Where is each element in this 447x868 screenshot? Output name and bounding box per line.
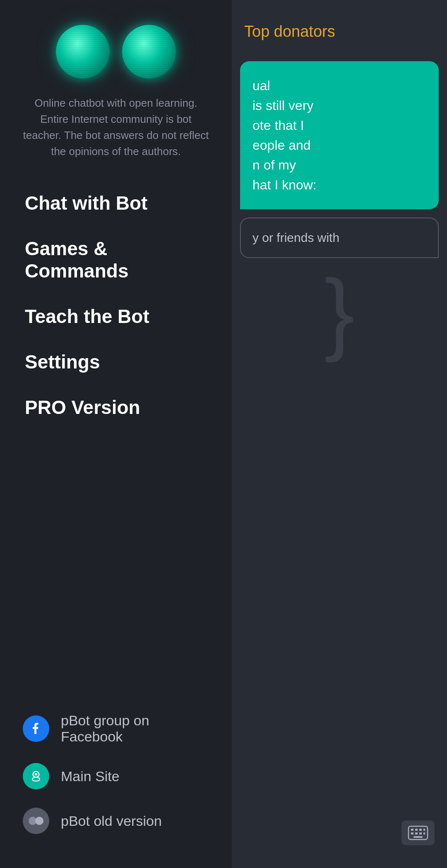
svg-rect-6 — [411, 829, 413, 831]
svg-rect-13 — [423, 832, 425, 835]
robot-eye-left — [56, 25, 110, 79]
top-donators-header: Top donators — [232, 0, 447, 49]
teal-bubble-text: ual is still very ote that I eople and n… — [252, 78, 317, 192]
svg-rect-11 — [415, 832, 418, 835]
menu-item-pro-version[interactable]: PRO Version — [0, 385, 232, 430]
keyboard-button[interactable] — [401, 820, 435, 845]
pbot-site-icon — [23, 763, 49, 789]
chat-bubble-teal: ual is still very ote that I eople and n… — [240, 61, 439, 209]
svg-rect-12 — [419, 832, 422, 835]
social-links: pBot group on Facebook Main Site — [0, 695, 232, 868]
svg-point-1 — [35, 773, 37, 775]
pbot-old-icon — [23, 808, 49, 834]
chat-bubble-outline: y or friends with — [240, 218, 439, 258]
main-site-label: Main Site — [61, 768, 120, 784]
svg-rect-10 — [411, 832, 413, 835]
svg-rect-9 — [423, 829, 425, 831]
facebook-label: pBot group on Facebook — [61, 713, 209, 745]
menu-item-chat-with-bot[interactable]: Chat with Bot — [0, 180, 232, 226]
old-version-label: pBot old version — [61, 813, 162, 829]
menu-item-teach-bot[interactable]: Teach the Bot — [0, 294, 232, 339]
menu-item-settings[interactable]: Settings — [0, 339, 232, 385]
menu-item-games-commands[interactable]: Games & Commands — [0, 226, 232, 294]
menu-list: Chat with Bot Games & Commands Teach the… — [0, 176, 232, 695]
social-link-old-version[interactable]: pBot old version — [0, 799, 232, 843]
robot-logo — [0, 0, 232, 91]
facebook-icon — [23, 715, 49, 742]
chat-area: Top donators ual is still very ote that … — [232, 0, 447, 868]
svg-rect-7 — [415, 829, 418, 831]
social-link-facebook[interactable]: pBot group on Facebook — [0, 703, 232, 754]
bot-description: Online chatbot with open learning. Entir… — [0, 91, 232, 176]
robot-eye-right — [122, 25, 176, 79]
svg-point-4 — [35, 817, 43, 825]
social-link-main-site[interactable]: Main Site — [0, 754, 232, 799]
brace-decoration: } — [232, 266, 447, 357]
outline-bubble-text: y or friends with — [252, 231, 339, 244]
navigation-drawer: Online chatbot with open learning. Entir… — [0, 0, 232, 868]
svg-rect-14 — [413, 836, 423, 838]
svg-rect-8 — [419, 829, 422, 831]
